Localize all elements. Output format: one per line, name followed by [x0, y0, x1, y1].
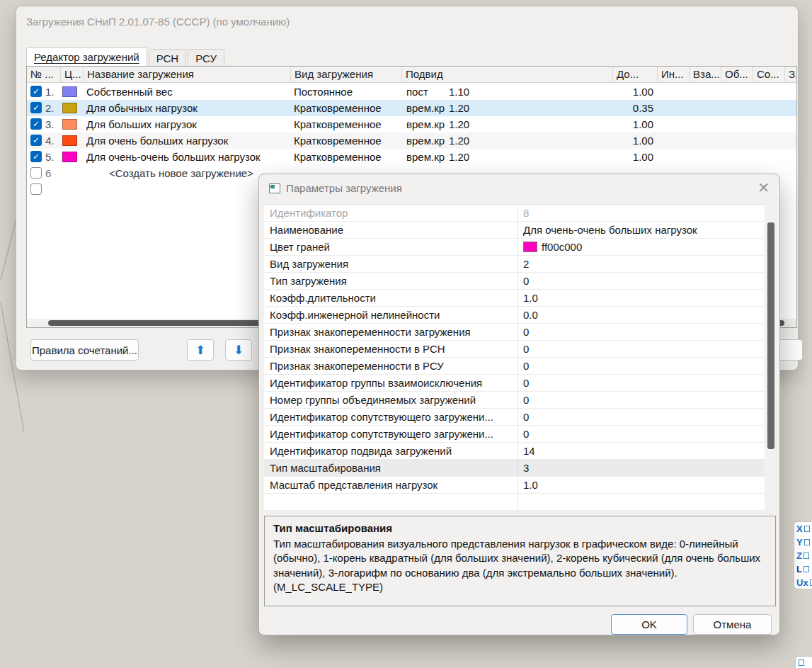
tab-rsu[interactable]: РСУ [188, 49, 224, 67]
property-row[interactable]: Наименование Для очень-очень больших наг… [264, 222, 765, 239]
column-header-ob[interactable]: Об... [721, 67, 753, 83]
row-checkbox[interactable] [30, 183, 42, 195]
dialog-title: Параметры загружения [286, 182, 402, 194]
move-down-button[interactable]: ⬇ [225, 339, 252, 361]
table-row[interactable]: ✓ 2. Для обычных нагрузок Кратковременно… [27, 100, 796, 116]
property-row[interactable]: Идентификатор группы взаимоисключения 0 [264, 375, 765, 392]
property-value[interactable]: Для очень-очень больших нагрузок [517, 222, 765, 238]
column-header-color[interactable]: Ц... [61, 67, 84, 83]
dof-icon[interactable] [804, 526, 810, 532]
row-checkbox[interactable]: ✓ [30, 86, 42, 97]
row-number: 5. [45, 149, 55, 165]
property-row[interactable]: Коэфф.длительности 1.0 [264, 290, 765, 307]
row-number: 3. [45, 116, 55, 132]
ok-button[interactable]: OK [611, 614, 687, 635]
property-row-selected[interactable]: Тип масштабирования 3 [264, 460, 765, 477]
row-color-swatch[interactable] [62, 135, 77, 146]
property-value[interactable]: 0.0 [517, 307, 765, 323]
row-checkbox[interactable]: ✓ [30, 151, 42, 162]
row-color-swatch[interactable] [62, 103, 77, 113]
dof-item-ux[interactable]: Ux [794, 576, 812, 589]
close-icon[interactable]: ✕ [757, 179, 770, 196]
subkind-coef: 1.10 [449, 86, 469, 98]
property-value[interactable]: 0 [517, 409, 765, 425]
row-checkbox[interactable] [30, 167, 42, 179]
corner-icon[interactable] [799, 659, 804, 666]
table-header: № ... Ц... Название загружения Вид загру… [27, 67, 796, 83]
table-row[interactable]: ✓ 4. Для очень больших нагрузок Кратковр… [27, 132, 796, 149]
property-value[interactable]: ff00c000 [517, 239, 765, 255]
dof-item-l[interactable]: L [794, 562, 812, 576]
tab-load-editor[interactable]: Редактор загружений [26, 47, 147, 67]
dof-icon[interactable] [804, 553, 809, 559]
column-header-kind[interactable]: Вид загружения [291, 67, 402, 83]
dof-item-y[interactable]: Y [794, 536, 812, 549]
property-row[interactable]: Признак знакопеременности в РСН 0 [264, 341, 765, 358]
dof-icon[interactable] [810, 579, 812, 586]
property-value[interactable]: 0 [517, 324, 765, 340]
cancel-button[interactable]: Отмена [693, 614, 772, 635]
dof-icon[interactable] [804, 566, 809, 572]
property-label: Тип загружения [264, 273, 517, 289]
vertical-scrollbar[interactable] [766, 204, 776, 511]
property-row[interactable]: Номер группы объединяемых загружений 0 [264, 392, 765, 409]
table-row[interactable]: ✓ 1. Собственный вес Постоянное пост1.10… [27, 84, 796, 100]
property-value[interactable]: 2 [517, 256, 765, 272]
property-value[interactable]: 0 [517, 341, 765, 357]
table-row[interactable]: ✓ 3. Для больших нагрузок Кратковременно… [27, 116, 796, 132]
dof-item-z[interactable]: Z [794, 549, 812, 562]
column-header-in[interactable]: Ин... [658, 67, 690, 83]
property-value[interactable]: 14 [517, 443, 765, 459]
property-row[interactable]: Идентификатор сопутствующего загружени..… [264, 426, 765, 443]
tab-rsn[interactable]: РСН [149, 49, 187, 67]
property-row[interactable]: Признак знакопеременности загружения 0 [264, 324, 765, 341]
combination-rules-button[interactable]: Правила сочетаний... [30, 339, 139, 361]
column-header-duration[interactable]: До... [613, 67, 658, 83]
vertical-scrollbar-thumb[interactable] [767, 222, 774, 449]
property-row[interactable]: Признак знакопеременности в РСУ 0 [264, 358, 765, 375]
table-row[interactable]: ✓ 5. Для очень-очень больших нагрузок Кр… [27, 149, 796, 165]
row-color-swatch[interactable] [62, 152, 77, 162]
property-value[interactable]: 0 [517, 426, 765, 442]
load-name: Собственный вес [86, 84, 290, 100]
property-row[interactable]: Идентификатор подвида загружений 14 [264, 443, 765, 460]
up-arrow-icon: ⬆ [195, 343, 205, 358]
face-color-swatch[interactable] [523, 242, 537, 252]
column-header-z[interactable]: З... [785, 67, 796, 83]
column-header-vza[interactable]: Вза... [690, 67, 721, 83]
property-row[interactable]: Идентификатор сопутствующего загружени..… [264, 409, 765, 426]
property-row[interactable]: Идентификатор 8 [264, 205, 765, 222]
property-value[interactable]: 0 [517, 358, 765, 374]
property-row[interactable]: Цвет граней ff00c000 [264, 239, 765, 256]
property-value[interactable]: 1.0 [517, 290, 765, 306]
row-checkbox[interactable]: ✓ [30, 102, 42, 113]
property-row-empty [264, 494, 765, 511]
row-color-swatch[interactable] [62, 119, 77, 130]
property-value[interactable]: 0 [517, 392, 765, 408]
row-color-swatch[interactable] [62, 86, 77, 97]
dof-label: X [796, 523, 803, 534]
property-row[interactable]: Тип загружения 0 [264, 273, 765, 290]
property-row[interactable]: Вид загружения 2 [264, 256, 765, 273]
column-header-so[interactable]: Со... [753, 67, 785, 83]
subkind-name: врем.кр [406, 132, 449, 149]
column-header-name[interactable]: Название загружения [84, 67, 291, 83]
column-header-number[interactable]: № ... [27, 67, 61, 83]
move-up-button[interactable]: ⬆ [187, 339, 214, 361]
property-value[interactable]: 0 [517, 273, 765, 289]
dof-icon[interactable] [804, 539, 810, 545]
property-row[interactable]: Масштаб представления нагрузок 1.0 [264, 477, 765, 494]
property-value[interactable]: 3 [517, 460, 765, 476]
row-checkbox[interactable]: ✓ [30, 135, 42, 146]
dof-item-x[interactable]: X [794, 522, 812, 536]
property-label: Номер группы объединяемых загружений [264, 392, 517, 408]
row-checkbox[interactable]: ✓ [30, 118, 42, 130]
column-header-subkind[interactable]: Подвид [402, 67, 613, 83]
property-value[interactable]: 1.0 [517, 477, 765, 493]
property-row[interactable]: Коэфф.инженерной нелинейности 0.0 [264, 307, 765, 324]
dof-label: Ux [796, 577, 808, 588]
property-value[interactable]: 0 [517, 375, 765, 391]
face-color-value[interactable]: ff00c000 [542, 241, 582, 253]
load-name: Для очень-очень больших нагрузок [86, 149, 290, 165]
property-label: Идентификатор группы взаимоисключения [264, 375, 517, 391]
